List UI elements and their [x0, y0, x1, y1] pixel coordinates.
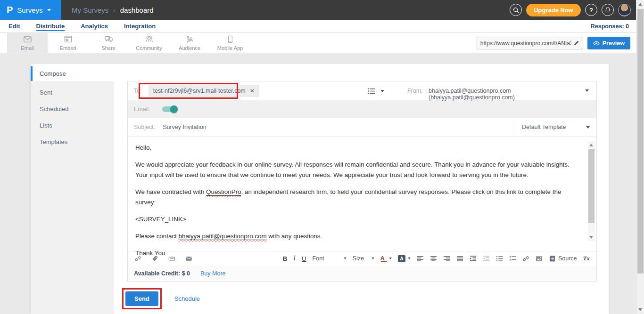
sidebar-item-compose[interactable]: Compose — [31, 66, 120, 81]
compose-form: To: test-nf2r9vjl6@srv1.mail-tester.com … — [127, 81, 597, 282]
schedule-link[interactable]: Schedule — [174, 295, 200, 302]
contact-email-link[interactable]: bhaiyya.patil@questionpro.com — [179, 233, 267, 240]
recipient-chip[interactable]: test-nf2r9vjl6@srv1.mail-tester.com ✕ — [149, 85, 259, 97]
compose-sidebar: Sent Scheduled Lists Templates — [31, 81, 114, 314]
survey-url-box — [477, 37, 583, 49]
search-icon — [513, 7, 519, 13]
search-button[interactable] — [510, 4, 522, 16]
breadcrumb-separator: › — [113, 7, 115, 14]
send-button[interactable]: Send — [125, 291, 158, 306]
mobile-app-icon — [226, 35, 235, 44]
body-text: Please contact — [135, 233, 179, 240]
sidebar-item-scheduled[interactable]: Scheduled — [31, 101, 114, 117]
question-mark-icon: ? — [589, 7, 593, 14]
edit-pencil-icon[interactable] — [573, 40, 579, 46]
page-scrollbar-thumb[interactable] — [637, 9, 644, 274]
body-closing: Thank You — [135, 248, 578, 258]
top-header: P Surveys My Surveys › dashboard Upgrade… — [0, 0, 644, 20]
channel-label: Share — [101, 45, 115, 51]
annotation-box-send-button: Send — [122, 288, 162, 309]
responses-count: Responses: 0 — [591, 23, 629, 30]
channel-mobile-app[interactable]: Mobile App — [210, 33, 250, 53]
tab-analytics[interactable]: Analytics — [81, 23, 108, 30]
toggle-knob — [170, 105, 178, 113]
body-text: We have contracted with — [135, 188, 206, 195]
eye-icon — [593, 40, 600, 47]
channel-audience[interactable]: Audience — [169, 33, 210, 53]
email-toggle-label: Email: — [134, 106, 150, 113]
from-label: From: — [407, 88, 423, 94]
channel-community[interactable]: Community — [129, 33, 169, 53]
body-greeting: Hello, — [135, 143, 578, 153]
survey-nav-bar: Edit Distribute Analytics Integration Re… — [0, 20, 644, 33]
page-scrollbar[interactable] — [636, 0, 644, 314]
to-from-row: To: test-nf2r9vjl6@srv1.mail-tester.com … — [128, 81, 596, 100]
channel-label: Mobile App — [217, 45, 243, 51]
remove-recipient-icon[interactable]: ✕ — [250, 88, 255, 94]
questionpro-link[interactable]: QuestionPro — [206, 188, 241, 195]
scroll-down-arrow-icon[interactable] — [638, 308, 642, 311]
audience-icon — [185, 35, 194, 44]
list-icon — [367, 87, 375, 95]
editor-scrollbar[interactable] — [588, 141, 595, 241]
body-paragraph: We would appreciate your feedback in our… — [135, 160, 578, 180]
sidebar-item-lists[interactable]: Lists — [31, 117, 114, 134]
body-paragraph: We have contracted with QuestionPro, an … — [135, 187, 578, 208]
notifications-button[interactable] — [602, 4, 614, 16]
share-icon — [104, 35, 113, 44]
email-icon — [23, 35, 32, 44]
from-address-dropdown[interactable]: bhaiyya.patil@questionpro.com (bhaiyya.p… — [429, 88, 596, 101]
breadcrumb-current: dashboard — [120, 6, 154, 14]
chevron-down-icon — [47, 9, 51, 11]
help-button[interactable]: ? — [585, 4, 597, 16]
body-paragraph: Please contact bhaiyya.patil@questionpro… — [135, 231, 578, 242]
remove-format-button[interactable]: Tx — [583, 255, 590, 262]
chevron-down-icon[interactable] — [585, 89, 589, 92]
sidebar-item-sent[interactable]: Sent — [31, 84, 114, 101]
channel-label: Audience — [179, 45, 200, 51]
editor-scrollbar-thumb[interactable] — [588, 149, 594, 223]
template-selected-value: Default Template — [522, 124, 586, 130]
channel-label: Embed — [60, 45, 76, 51]
recipient-list-menu-button[interactable] — [367, 81, 384, 100]
email-toggle-switch[interactable] — [162, 106, 176, 112]
email-body-editor[interactable]: Hello, We would appreciate your feedback… — [128, 137, 596, 251]
subject-row: Subject: Survey Invitation Default Templ… — [128, 118, 596, 137]
breadcrumb-my-surveys[interactable]: My Surveys — [72, 6, 108, 14]
survey-url-input[interactable] — [480, 40, 571, 47]
distribute-channel-bar: Email Embed Share Community Audience Mob… — [0, 33, 644, 53]
surveys-product-menu[interactable]: P Surveys — [0, 0, 61, 20]
bell-icon — [604, 7, 611, 13]
subject-input[interactable]: Survey Invitation — [163, 124, 206, 130]
tab-integration[interactable]: Integration — [124, 23, 156, 30]
channel-email[interactable]: Email — [7, 33, 48, 53]
credit-row: Available Credit: $ 0 Buy More — [128, 266, 596, 281]
sidebar-item-templates[interactable]: Templates — [31, 134, 114, 150]
scroll-up-arrow-icon[interactable] — [589, 144, 593, 146]
chevron-down-icon — [586, 126, 590, 129]
subject-label: Subject: — [134, 124, 155, 130]
breadcrumb: My Surveys › dashboard — [72, 6, 154, 14]
community-icon — [145, 35, 154, 44]
scroll-up-arrow-icon[interactable] — [638, 3, 642, 6]
email-toggle-row: Email: — [128, 100, 596, 118]
questionpro-logo: P — [7, 5, 13, 16]
buy-more-link[interactable]: Buy More — [200, 270, 226, 277]
preview-label: Preview — [603, 40, 625, 47]
available-credit-label: Available Credit: $ 0 — [134, 270, 190, 277]
tab-distribute[interactable]: Distribute — [36, 23, 65, 30]
upgrade-now-button[interactable]: Upgrade Now — [526, 4, 581, 16]
channel-share[interactable]: Share — [88, 33, 129, 53]
channel-label: Community — [136, 45, 162, 51]
email-distribute-card: Compose Sent Scheduled Lists Templates T… — [31, 64, 609, 314]
recipient-email: test-nf2r9vjl6@srv1.mail-tester.com — [153, 88, 246, 94]
template-dropdown[interactable]: Default Template — [515, 118, 596, 136]
send-area: Send Schedule — [122, 288, 200, 309]
text-color-icon: A — [380, 255, 385, 263]
scroll-down-arrow-icon[interactable] — [589, 236, 593, 239]
tab-edit[interactable]: Edit — [8, 23, 20, 30]
survey-link-token: <SURVEY_LINK> — [135, 214, 578, 225]
preview-button[interactable]: Preview — [587, 37, 630, 49]
user-avatar[interactable] — [618, 4, 631, 16]
channel-embed[interactable]: Embed — [48, 33, 88, 53]
